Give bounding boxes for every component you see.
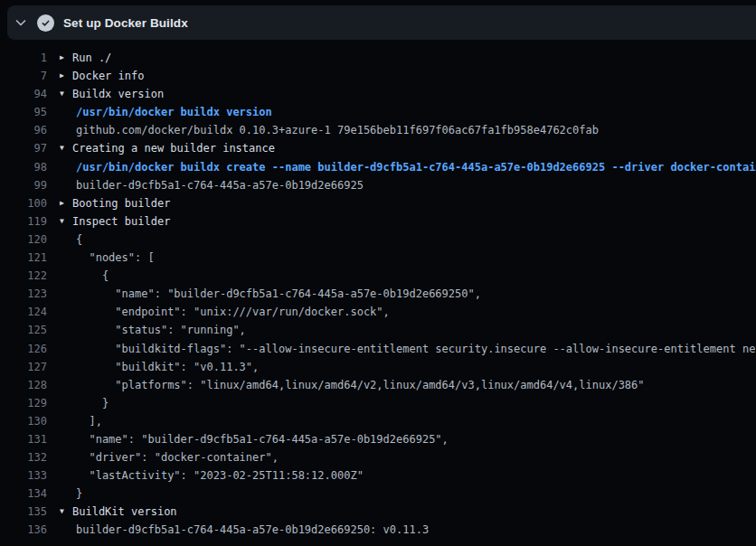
line-content: {: [47, 267, 109, 285]
group-expanded-icon[interactable]: ▼: [60, 503, 72, 521]
output-text: }: [76, 394, 109, 412]
line-content: "lastActivity": "2023-02-25T11:58:12.000…: [47, 466, 364, 485]
log-line: 136 builder-d9cfb5a1-c764-445a-a57e-0b19…: [0, 521, 756, 539]
line-number[interactable]: 132: [0, 448, 47, 466]
line-content: "endpoint": "unix:///var/run/docker.sock…: [47, 303, 390, 321]
chevron-down-icon[interactable]: [7, 5, 34, 40]
log-line: 7 ▶Docker info: [0, 67, 756, 85]
log-line: 130 ],: [0, 412, 756, 430]
line-number[interactable]: 1: [0, 49, 47, 67]
log-line: 123 "name": "builder-d9cfb5a1-c764-445a-…: [0, 285, 756, 303]
log-line: 131 "name": "builder-d9cfb5a1-c764-445a-…: [0, 430, 756, 448]
line-number[interactable]: 135: [0, 503, 47, 521]
output-text: }: [76, 485, 82, 503]
output-text: builder-d9cfb5a1-c764-445a-a57e-0b19d2e6…: [76, 521, 429, 539]
line-content: /usr/bin/docker buildx create --name bui…: [47, 158, 756, 176]
line-number[interactable]: 129: [0, 394, 47, 412]
group-title[interactable]: BuildKit version: [72, 503, 177, 521]
line-content: "name": "builder-d9cfb5a1-c764-445a-a57e…: [47, 430, 449, 448]
log-line: 121 "nodes": [: [0, 249, 756, 267]
line-number[interactable]: 120: [0, 231, 47, 249]
group-expanded-icon[interactable]: ▼: [60, 212, 72, 231]
line-content: "driver": "docker-container",: [47, 448, 279, 466]
line-number[interactable]: 123: [0, 285, 47, 303]
line-number[interactable]: 95: [0, 103, 47, 121]
output-text: {: [76, 231, 82, 249]
log-line: 135 ▼BuildKit version: [0, 503, 756, 521]
log-line: 127 "buildkit": "v0.11.3",: [0, 358, 756, 376]
line-number[interactable]: 99: [0, 176, 47, 194]
line-number[interactable]: 125: [0, 321, 47, 339]
line-content: ▼Inspect builder: [47, 212, 170, 231]
log-line: 94 ▼Buildx version: [0, 85, 756, 103]
group-collapsed-icon[interactable]: ▶: [60, 67, 72, 85]
output-text: "platforms": "linux/amd64,linux/amd64/v2…: [76, 376, 645, 394]
line-content: "status": "running",: [47, 321, 246, 339]
group-expanded-icon[interactable]: ▼: [60, 139, 72, 157]
group-title[interactable]: Run ./: [72, 49, 111, 67]
line-content: "nodes": [: [47, 249, 155, 267]
log-line: 133 "lastActivity": "2023-02-25T11:58:12…: [0, 466, 756, 485]
line-content: ▶Run ./: [47, 49, 111, 67]
output-text: "buildkit": "v0.11.3",: [76, 358, 259, 376]
group-title[interactable]: Buildx version: [72, 85, 164, 103]
line-number[interactable]: 133: [0, 466, 47, 485]
log-line: 128 "platforms": "linux/amd64,linux/amd6…: [0, 376, 756, 394]
line-number[interactable]: 131: [0, 430, 47, 448]
line-number[interactable]: 134: [0, 485, 47, 503]
line-number[interactable]: 130: [0, 412, 47, 430]
line-content: ▼BuildKit version: [47, 503, 177, 521]
output-text: "name": "builder-d9cfb5a1-c764-445a-a57e…: [76, 285, 481, 303]
output-text: ],: [76, 412, 102, 430]
log-line: 97 ▼Creating a new builder instance: [0, 139, 756, 157]
actions-log-viewer: Set up Docker Buildx 1 ▶Run ./ 7 ▶Docker…: [0, 0, 756, 546]
line-number[interactable]: 96: [0, 121, 47, 139]
log-line: 99 builder-d9cfb5a1-c764-445a-a57e-0b19d…: [0, 176, 756, 194]
line-number[interactable]: 97: [0, 139, 47, 157]
group-collapsed-icon[interactable]: ▶: [60, 194, 72, 212]
line-content: "buildkit": "v0.11.3",: [47, 358, 259, 376]
group-collapsed-icon[interactable]: ▶: [60, 49, 72, 67]
group-title[interactable]: Docker info: [72, 67, 144, 85]
line-number[interactable]: 122: [0, 267, 47, 285]
log-line: 1 ▶Run ./: [0, 49, 756, 67]
log-line: 98 /usr/bin/docker buildx create --name …: [0, 158, 756, 176]
output-text: {: [76, 267, 109, 285]
log-line: 122 {: [0, 267, 756, 285]
line-number[interactable]: 128: [0, 376, 47, 394]
line-number[interactable]: 127: [0, 358, 47, 376]
line-content: /usr/bin/docker buildx version: [47, 103, 272, 121]
line-number[interactable]: 124: [0, 303, 47, 321]
log-line: 126 "buildkitd-flags": "--allow-insecure…: [0, 340, 756, 358]
line-content: "buildkitd-flags": "--allow-insecure-ent…: [47, 340, 756, 358]
line-content: builder-d9cfb5a1-c764-445a-a57e-0b19d2e6…: [47, 176, 364, 194]
line-number[interactable]: 94: [0, 85, 47, 103]
line-content: builder-d9cfb5a1-c764-445a-a57e-0b19d2e6…: [47, 521, 429, 539]
line-number[interactable]: 121: [0, 249, 47, 267]
group-expanded-icon[interactable]: ▼: [60, 85, 72, 103]
line-number[interactable]: 126: [0, 340, 47, 358]
line-number[interactable]: 119: [0, 212, 47, 231]
line-content: ▼Buildx version: [47, 85, 164, 103]
output-text: "lastActivity": "2023-02-25T11:58:12.000…: [76, 466, 364, 485]
log-line: 125 "status": "running",: [0, 321, 756, 339]
log-line: 124 "endpoint": "unix:///var/run/docker.…: [0, 303, 756, 321]
output-text: "buildkitd-flags": "--allow-insecure-ent…: [76, 340, 756, 358]
group-title[interactable]: Creating a new builder instance: [72, 139, 275, 157]
command-text: /usr/bin/docker buildx create --name bui…: [76, 158, 756, 176]
line-number[interactable]: 7: [0, 67, 47, 85]
command-text: /usr/bin/docker buildx version: [76, 103, 272, 121]
line-content: github.com/docker/buildx 0.10.3+azure-1 …: [47, 121, 599, 139]
log-line: 119 ▼Inspect builder: [0, 212, 756, 231]
line-content: }: [47, 485, 82, 503]
line-number[interactable]: 136: [0, 521, 47, 539]
output-text: "status": "running",: [76, 321, 246, 339]
log-line: 120 {: [0, 231, 756, 249]
log-output: 1 ▶Run ./ 7 ▶Docker info 94 ▼Buildx vers…: [0, 42, 756, 546]
group-title[interactable]: Booting builder: [72, 194, 170, 212]
line-number[interactable]: 98: [0, 158, 47, 176]
line-number[interactable]: 100: [0, 194, 47, 212]
output-text: "endpoint": "unix:///var/run/docker.sock…: [76, 303, 390, 321]
step-header[interactable]: Set up Docker Buildx: [7, 5, 756, 40]
group-title[interactable]: Inspect builder: [72, 212, 170, 231]
